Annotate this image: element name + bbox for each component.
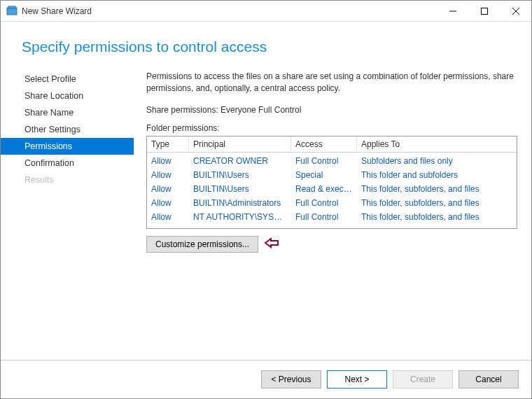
customize-permissions-button[interactable]: Customize permissions...: [146, 236, 258, 253]
next-button[interactable]: Next >: [327, 370, 387, 388]
table-body: AllowCREATOR OWNERFull ControlSubfolders…: [147, 153, 517, 228]
share-permissions-line: Share permissions: Everyone Full Control: [146, 105, 517, 115]
table-row[interactable]: AllowBUILTIN\UsersRead & execu...This fo…: [147, 182, 517, 196]
cell-principal: BUILTIN\Users: [189, 182, 291, 196]
footer: < Previous Next > Create Cancel: [1, 360, 531, 398]
cell-principal: BUILTIN\Administrators: [189, 196, 291, 210]
description-text: Permissions to access the files on a sha…: [146, 71, 517, 95]
cell-type: Allow: [147, 182, 189, 196]
cell-type: Allow: [147, 168, 189, 182]
cell-access: Full Control: [291, 210, 357, 224]
previous-button[interactable]: < Previous: [261, 370, 321, 388]
col-header-type[interactable]: Type: [147, 136, 189, 152]
sidebar-item-confirmation[interactable]: Confirmation: [1, 155, 134, 172]
cell-access: Full Control: [291, 196, 357, 210]
minimize-button[interactable]: [437, 1, 468, 21]
table-row[interactable]: AllowBUILTIN\UsersSpecialThis folder and…: [147, 168, 517, 182]
close-button[interactable]: [500, 1, 531, 21]
content: Select ProfileShare LocationShare NameOt…: [1, 68, 531, 360]
sidebar-item-share-location[interactable]: Share Location: [1, 88, 134, 104]
folder-permissions-table: Type Principal Access Applies To AllowCR…: [146, 136, 517, 229]
table-row[interactable]: AllowCREATOR OWNERFull ControlSubfolders…: [147, 154, 517, 168]
maximize-button[interactable]: [468, 1, 500, 21]
folder-permissions-label: Folder permissions:: [146, 123, 517, 133]
cell-principal: NT AUTHORITY\SYSTEM: [189, 210, 291, 224]
col-header-principal[interactable]: Principal: [189, 136, 291, 152]
window-title: New Share Wizard: [22, 6, 437, 16]
sidebar-item-select-profile[interactable]: Select Profile: [1, 71, 134, 88]
share-permissions-label: Share permissions:: [146, 105, 218, 115]
wizard-steps-sidebar: Select ProfileShare LocationShare NameOt…: [1, 68, 134, 360]
header: Specify permissions to control access: [1, 22, 531, 68]
svg-rect-3: [481, 8, 487, 14]
cell-principal: CREATOR OWNER: [189, 154, 291, 168]
annotation-arrow-icon: [264, 237, 279, 251]
main-panel: Permissions to access the files on a sha…: [134, 68, 531, 360]
window-controls: [437, 1, 531, 21]
share-permissions-value: Everyone Full Control: [220, 105, 301, 115]
cell-applies-to: This folder, subfolders, and files: [357, 210, 517, 224]
titlebar: New Share Wizard: [1, 1, 531, 22]
cell-applies-to: This folder and subfolders: [357, 168, 517, 182]
cell-access: Read & execu...: [291, 182, 357, 196]
customize-row: Customize permissions...: [146, 236, 517, 253]
cell-applies-to: This folder, subfolders, and files: [357, 196, 517, 210]
cell-type: Allow: [147, 210, 189, 224]
page-title: Specify permissions to control access: [22, 38, 510, 55]
app-icon: [6, 6, 18, 17]
table-row[interactable]: AllowBUILTIN\AdministratorsFull ControlT…: [147, 196, 517, 210]
svg-rect-1: [8, 6, 15, 8]
col-header-applies-to[interactable]: Applies To: [357, 136, 517, 152]
cell-type: Allow: [147, 154, 189, 168]
sidebar-item-permissions[interactable]: Permissions: [1, 138, 134, 155]
cell-type: Allow: [147, 196, 189, 210]
table-row[interactable]: AllowNT AUTHORITY\SYSTEMFull ControlThis…: [147, 210, 517, 224]
cell-applies-to: This folder, subfolders, and files: [357, 182, 517, 196]
cell-principal: BUILTIN\Users: [189, 168, 291, 182]
cancel-button[interactable]: Cancel: [458, 370, 519, 388]
create-button: Create: [393, 370, 453, 388]
sidebar-item-other-settings[interactable]: Other Settings: [1, 121, 134, 138]
cell-access: Full Control: [291, 154, 357, 168]
cell-access: Special: [291, 168, 357, 182]
cell-applies-to: Subfolders and files only: [357, 154, 517, 168]
sidebar-item-share-name[interactable]: Share Name: [1, 104, 134, 121]
table-header-row: Type Principal Access Applies To: [147, 136, 517, 153]
col-header-access[interactable]: Access: [291, 136, 357, 152]
sidebar-item-results: Results: [1, 172, 134, 188]
